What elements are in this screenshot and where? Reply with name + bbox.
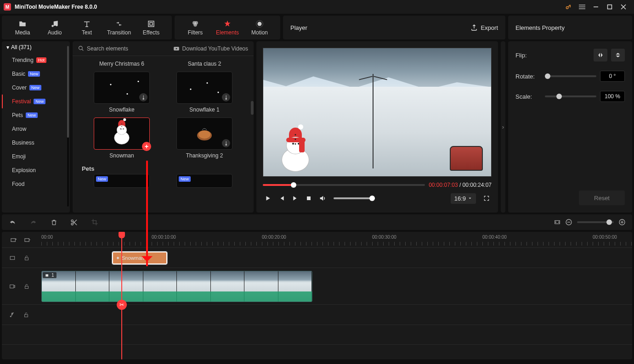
sidebar-item-emoji[interactable]: Emoji — [2, 150, 70, 163]
download-icon[interactable]: ⭳ — [139, 93, 147, 101]
download-icon[interactable]: ⭳ — [222, 139, 230, 147]
scale-value[interactable]: 100 % — [600, 91, 625, 102]
sidebar-item-trending[interactable]: TrendingHot — [2, 53, 70, 67]
next-frame-button[interactable] — [292, 195, 299, 202]
undo-button[interactable] — [8, 218, 17, 226]
upgrade-key-icon[interactable] — [561, 0, 575, 14]
download-youtube-link[interactable]: Download YouTube Videos — [173, 45, 248, 52]
sidebar-item-cover[interactable]: CoverNew — [2, 81, 70, 95]
flip-vertical-button[interactable] — [611, 49, 625, 62]
tab-text[interactable]: Text — [71, 16, 103, 39]
snowman-element[interactable] — [282, 128, 309, 172]
empty-track[interactable] — [2, 325, 632, 345]
sidebar-item-pets[interactable]: PetsNew — [2, 108, 70, 122]
menu-icon[interactable] — [575, 0, 589, 14]
search-input[interactable]: Search elements — [78, 45, 128, 52]
scale-slider[interactable] — [545, 95, 596, 97]
tutorial-arrow — [146, 161, 148, 266]
add-track-button[interactable] — [10, 236, 17, 244]
track-lock-icon[interactable] — [23, 312, 29, 318]
video-track[interactable]: 1 — [2, 268, 632, 304]
rotate-slider[interactable] — [545, 75, 596, 77]
svg-rect-32 — [25, 258, 28, 260]
timeline-tracks: 00:00 00:00:10:00 00:00:20:00 00:00:30:0… — [2, 232, 632, 359]
fullscreen-button[interactable] — [483, 195, 490, 202]
tab-audio[interactable]: Audio — [39, 16, 71, 39]
svg-rect-1 — [579, 5, 585, 5]
split-playhead-icon[interactable]: ✂ — [117, 300, 127, 310]
sidebar-item-business[interactable]: Business — [2, 136, 70, 150]
gallery-scrollbar[interactable] — [251, 101, 254, 115]
sidebar-item-basic[interactable]: BasicNew — [2, 67, 70, 81]
tab-filters[interactable]: Filters — [179, 16, 211, 39]
redo-button[interactable] — [29, 218, 38, 226]
zoom-fit-button[interactable] — [554, 219, 560, 225]
properties-title: Elements Property — [515, 24, 565, 31]
timeline-clip-snowman[interactable]: ✦Snowman — [112, 252, 167, 264]
sidebar-item-food[interactable]: Food — [2, 177, 70, 191]
svg-point-19 — [198, 130, 210, 139]
crop-button[interactable] — [91, 218, 98, 226]
flip-horizontal-button[interactable] — [594, 49, 607, 62]
youtube-icon — [173, 45, 180, 52]
stop-button[interactable] — [306, 196, 311, 201]
tab-effects[interactable]: Effects — [135, 16, 167, 39]
reset-button[interactable]: Reset — [579, 190, 625, 205]
thumb-thanksgiving[interactable]: ⭳ — [176, 118, 232, 150]
asset-tabs: Media Audio Text Transition Effects — [2, 16, 172, 39]
timeline-panel: 00:00 00:00:10:00 00:00:20:00 00:00:30:0… — [0, 213, 634, 360]
tab-media[interactable]: Media — [6, 16, 39, 39]
collapse-properties-handle[interactable]: › — [501, 41, 505, 213]
playhead[interactable]: ✂ — [121, 232, 122, 359]
timeline-ruler[interactable]: 00:00 00:00:10:00 00:00:20:00 00:00:30:0… — [2, 232, 632, 247]
split-button[interactable] — [70, 218, 78, 226]
sidebar-item-festival[interactable]: FestivalNew — [2, 95, 70, 108]
seek-slider[interactable] — [263, 184, 425, 186]
thumb-label: Thanksgiving 2 — [186, 152, 223, 159]
zoom-slider[interactable] — [577, 221, 614, 223]
sidebar-item-explosion[interactable]: Explosion — [2, 163, 70, 177]
tab-motion[interactable]: Motion — [243, 16, 276, 39]
prop-flip: Flip: — [515, 49, 625, 62]
track-lock-icon[interactable] — [24, 283, 29, 290]
thumb-snowflake[interactable]: ⭳ — [94, 72, 150, 104]
svg-rect-31 — [10, 256, 14, 259]
play-button[interactable] — [265, 195, 271, 202]
zoom-in-button[interactable] — [618, 218, 626, 226]
tab-elements[interactable]: Elements — [211, 16, 243, 39]
thumb-pets-2[interactable]: New — [176, 174, 232, 188]
svg-rect-20 — [307, 196, 311, 200]
export-button[interactable]: Export — [470, 24, 498, 31]
effect-tabs: Filters Elements Motion — [175, 16, 280, 39]
sidebar-all[interactable]: ▾ All (371) — [2, 41, 70, 53]
minimize-button[interactable] — [589, 0, 603, 14]
svg-rect-2 — [579, 6, 585, 7]
close-button[interactable] — [617, 0, 630, 14]
chevron-down-icon — [468, 196, 472, 201]
sidebar-scrollbar[interactable] — [67, 46, 69, 207]
track-lock-icon[interactable] — [24, 255, 29, 261]
prev-frame-button[interactable] — [278, 195, 285, 202]
add-icon[interactable]: + — [142, 142, 151, 151]
download-icon[interactable]: ⭳ — [222, 93, 230, 101]
element-track[interactable]: ✦Snowman — [2, 247, 632, 268]
remove-track-button[interactable] — [24, 236, 31, 244]
svg-rect-36 — [25, 314, 28, 317]
timeline-clip-video[interactable]: 1 — [41, 271, 312, 302]
delete-button[interactable] — [51, 218, 57, 226]
thumb-label: Snowman — [109, 152, 134, 159]
audio-track[interactable] — [2, 304, 632, 325]
effects-icon — [147, 19, 156, 28]
thumb-snowflake1[interactable]: ⭳ — [176, 72, 232, 104]
thumb-pets-1[interactable]: New — [94, 174, 150, 188]
zoom-out-button[interactable] — [565, 218, 572, 226]
maximize-button[interactable] — [603, 0, 617, 14]
aspect-ratio-select[interactable]: 16:9 — [451, 193, 476, 204]
rotate-value[interactable]: 0 ° — [600, 71, 625, 82]
volume-icon[interactable] — [319, 195, 326, 202]
sidebar-item-arrow[interactable]: Arrow — [2, 122, 70, 136]
video-preview[interactable] — [263, 48, 492, 177]
volume-slider[interactable] — [334, 197, 375, 199]
thumb-snowman[interactable]: + — [94, 118, 150, 150]
tab-transition[interactable]: Transition — [103, 16, 135, 39]
